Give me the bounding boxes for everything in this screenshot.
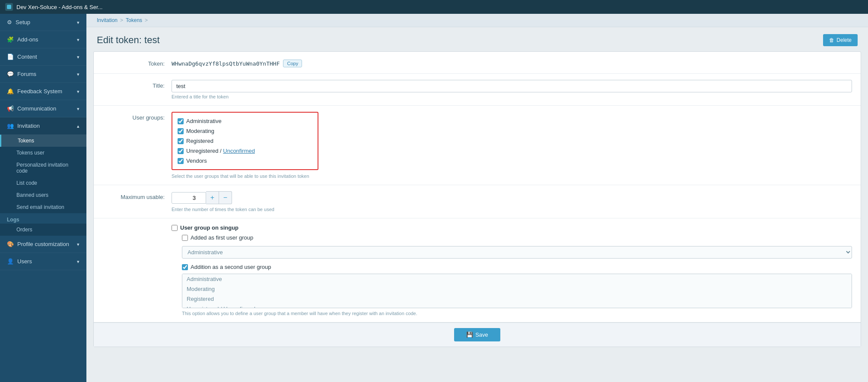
sidebar-item-content[interactable]: 📄 Content: [0, 48, 86, 66]
addition-second-label: Addition as a second user group: [191, 264, 271, 270]
sidebar-subitem-tokens-user[interactable]: Tokens user: [0, 147, 86, 159]
added-first-checkbox[interactable]: [182, 235, 188, 241]
sidebar-item-users[interactable]: 👤 Users: [0, 253, 86, 270]
first-group-select[interactable]: Administrative Moderating Registered Unr…: [182, 246, 852, 259]
sidebar-item-invitation[interactable]: 👥 Invitation: [0, 117, 86, 135]
sidebar-item-feedback[interactable]: 🔔 Feedback System: [0, 83, 86, 100]
sidebar-subitem-tokens[interactable]: Tokens ↗: [0, 135, 86, 147]
chevron-down-icon: [77, 54, 79, 60]
breadcrumb-tokens[interactable]: Tokens: [126, 17, 142, 23]
breadcrumb: Invitation > Tokens >: [86, 14, 868, 27]
sidebar-label-content: Content: [17, 54, 37, 60]
singup-checkbox[interactable]: [172, 225, 178, 231]
sidebar-subitem-label-list-code: List code: [16, 180, 37, 186]
list-item-moderating: Moderating: [182, 284, 852, 294]
app-title: Dev Xen-Soluce - Add-ons & Ser...: [16, 4, 102, 10]
singup-control: User group on singup Added as first user…: [172, 224, 852, 316]
save-icon: 💾: [466, 331, 473, 338]
sidebar-item-communication[interactable]: 📢 Communication: [0, 100, 86, 117]
user-groups-box: Administrative Moderating Registered: [172, 112, 318, 170]
save-bar: 💾 Save: [94, 322, 861, 347]
user-groups-control: Administrative Moderating Registered: [172, 112, 852, 179]
chevron-down-icon: [77, 36, 79, 43]
bell-icon: 📢: [7, 105, 14, 112]
second-option-hint: This option allows you to define a user …: [182, 311, 420, 316]
form-row-title: Title: Entered a title for the token: [94, 74, 861, 106]
delete-button[interactable]: 🗑 Delete: [823, 34, 858, 46]
checkbox-vendors[interactable]: [178, 158, 184, 164]
breadcrumb-sep-1: >: [120, 17, 123, 23]
sidebar-label-invitation: Invitation: [17, 123, 40, 129]
singup-indented: Added as first user group Administrative…: [182, 234, 852, 316]
sidebar-subitem-label-personalized-code: Personalized invitation code: [16, 162, 79, 174]
file-icon: 📄: [7, 54, 14, 60]
sidebar: ⚙ Setup 🧩 Add-ons 📄 Content 💬: [0, 14, 86, 382]
puzzle-icon: 🧩: [7, 36, 14, 43]
max-usable-input[interactable]: [172, 192, 206, 204]
title-control: Entered a title for the token: [172, 80, 852, 99]
token-text: WHwnaDg6qvzYf8lpsQtbYuWna0YnTHHF: [172, 60, 280, 67]
users-icon: 👥: [7, 123, 14, 129]
chevron-down-icon: [77, 241, 79, 247]
sidebar-submenu-invitation: Tokens ↗ Tokens user Personalized invita…: [0, 135, 86, 213]
user-group-registered: Registered: [178, 138, 312, 144]
sidebar-label-profile-customization: Profile customization: [17, 241, 69, 247]
sidebar-subitem-label-tokens-user: Tokens user: [16, 150, 45, 156]
sidebar-label-users: Users: [17, 258, 32, 265]
second-group-list[interactable]: Administrative Moderating Registered Unr…: [182, 274, 852, 308]
checkbox-unregistered[interactable]: [178, 148, 184, 154]
form-row-token: Token: WHwnaDg6qvzYf8lpsQtbYuWna0YnTHHF …: [94, 52, 861, 74]
users-icon-bottom: 👤: [7, 258, 14, 265]
added-first-row: Added as first user group: [182, 234, 852, 241]
feedback-icon: 🔔: [7, 88, 14, 95]
top-bar: Dev Xen-Soluce - Add-ons & Ser...: [0, 0, 868, 14]
trash-icon: 🗑: [829, 37, 834, 43]
app-icon: [5, 3, 13, 11]
chat-icon: 💬: [7, 71, 14, 77]
checkbox-moderating[interactable]: [178, 128, 184, 134]
delete-label: Delete: [836, 37, 852, 43]
sidebar-subitem-send-email[interactable]: Send email invitation: [0, 201, 86, 213]
sidebar-item-addons[interactable]: 🧩 Add-ons: [0, 31, 86, 48]
sidebar-subitem-personalized-code[interactable]: Personalized invitation code: [0, 159, 86, 177]
sidebar-subitem-label-tokens: Tokens: [18, 138, 34, 144]
label-vendors: Vendors: [186, 158, 207, 164]
singup-spacer: [102, 224, 172, 227]
chevron-down-icon: [77, 71, 79, 77]
chevron-down-icon: [77, 88, 79, 95]
max-usable-label: Maximum usable:: [102, 191, 172, 200]
sidebar-subitem-label-orders: Orders: [16, 227, 32, 233]
form-row-user-groups: User groups: Administrative Moderating: [94, 106, 861, 185]
sidebar-item-setup[interactable]: ⚙ Setup: [0, 14, 86, 31]
sidebar-label-setup: Setup: [16, 19, 30, 25]
increment-button[interactable]: +: [206, 191, 219, 204]
decrement-button[interactable]: −: [219, 191, 232, 204]
user-group-administrative: Administrative: [178, 118, 312, 124]
singup-main-row: User group on singup: [172, 224, 852, 231]
chevron-down-icon: [77, 19, 79, 25]
copy-button[interactable]: Copy: [283, 60, 302, 67]
sidebar-label-feedback: Feedback System: [17, 88, 62, 95]
title-input[interactable]: [172, 80, 852, 92]
sidebar-subitem-orders[interactable]: Orders: [0, 224, 86, 236]
svg-rect-0: [7, 5, 11, 9]
sidebar-label-communication: Communication: [17, 105, 56, 112]
number-control: + −: [172, 191, 852, 204]
sidebar-subitem-banned-users[interactable]: Banned users: [0, 189, 86, 201]
save-button[interactable]: 💾 Save: [454, 328, 500, 341]
breadcrumb-invitation[interactable]: Invitation: [97, 17, 118, 23]
sidebar-subitem-list-code[interactable]: List code: [0, 177, 86, 189]
title-label: Title:: [102, 80, 172, 89]
gear-icon: ⚙: [7, 19, 12, 25]
addition-second-checkbox[interactable]: [182, 264, 188, 270]
sidebar-item-profile-customization[interactable]: 🎨 Profile customization: [0, 236, 86, 253]
sidebar-item-forums[interactable]: 💬 Forums: [0, 66, 86, 83]
checkbox-registered[interactable]: [178, 138, 184, 144]
checkbox-administrative[interactable]: [178, 118, 184, 124]
title-hint: Entered a title for the token: [172, 94, 852, 99]
list-item-unregistered: Unregistered / Unconfirmed: [182, 304, 852, 308]
max-usable-hint: Enter the number of times the token can …: [172, 207, 852, 212]
form-panel: Token: WHwnaDg6qvzYf8lpsQtbYuWna0YnTHHF …: [93, 51, 861, 347]
label-administrative: Administrative: [186, 118, 222, 124]
chevron-up-icon: [77, 123, 79, 129]
